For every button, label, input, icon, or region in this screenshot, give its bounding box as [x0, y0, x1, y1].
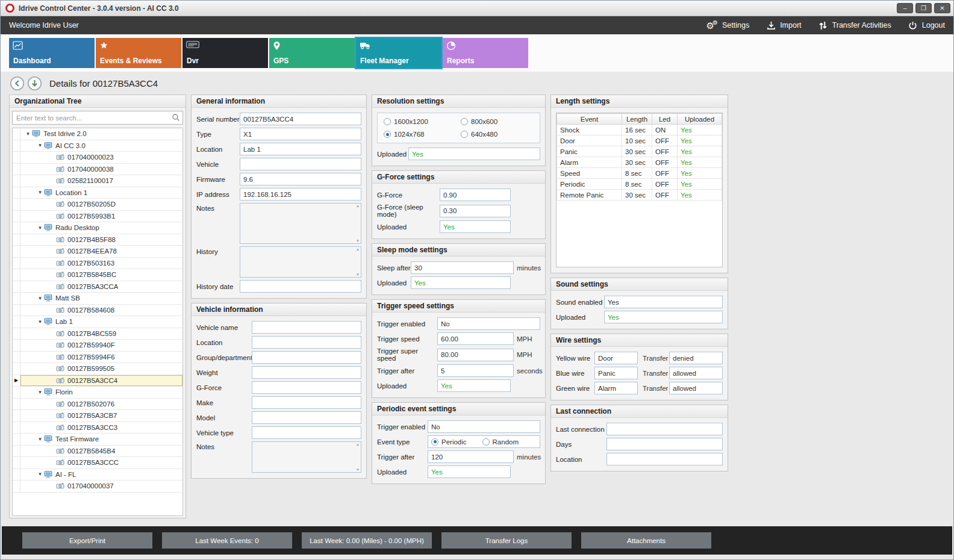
tree-node-test-firmware[interactable]: ▾Test Firmware — [13, 434, 182, 446]
transfer-activities-button[interactable]: Transfer Activities — [818, 20, 891, 30]
tab-reports[interactable]: Reports — [443, 38, 528, 68]
close-button[interactable]: ✕ — [934, 3, 950, 13]
field-uploaded[interactable]: Yes — [428, 465, 511, 478]
tree-node-00127b5993b1[interactable]: 00127B5993B1 — [13, 211, 182, 223]
tree-node-025821100017[interactable]: 025821100017 — [13, 175, 182, 187]
tree-search-input[interactable] — [12, 111, 183, 125]
field-serial-number[interactable]: 00127B5A3CC4 — [240, 113, 361, 125]
bottom-button-last-week-0-00-miles-0-00-mph[interactable]: Last Week: 0.00 (Miles) - 0.00 (MPH) — [302, 532, 432, 549]
field-trigger-super-speed[interactable]: 80.00 — [437, 349, 514, 361]
radio-1024x768[interactable]: 1024x768 — [384, 131, 461, 138]
tree-node-00127b5a3cc3[interactable]: 00127B5A3CC3 — [13, 422, 182, 434]
download-details-button[interactable] — [27, 76, 42, 91]
expand-arrow-icon[interactable]: ▾ — [36, 437, 44, 442]
field-uploaded[interactable]: Yes — [411, 276, 511, 289]
bottom-button-transfer-logs[interactable]: Transfer Logs — [441, 532, 572, 549]
field-model[interactable] — [252, 411, 361, 424]
field-weight[interactable] — [252, 366, 361, 379]
tree-node-ai-cc-3-0[interactable]: ▾AI CC 3.0 — [13, 140, 182, 152]
maximize-button[interactable]: ❐ — [915, 3, 932, 13]
tree-node-florin[interactable]: ▾Florin — [13, 387, 182, 399]
expand-arrow-icon[interactable]: ▾ — [36, 143, 44, 148]
import-button[interactable]: Import — [766, 20, 801, 30]
expand-arrow-icon[interactable]: ▾ — [36, 296, 44, 301]
tab-gps[interactable]: GPS — [269, 38, 355, 68]
field-sound-enabled[interactable]: Yes — [604, 296, 723, 308]
tree-node-00127b5994f6[interactable]: 00127B5994F6 — [13, 352, 182, 364]
tree-node-location-1[interactable]: ▾Location 1 — [13, 187, 182, 199]
field-sleep-after[interactable]: 30 — [411, 261, 514, 274]
settings-button[interactable]: ⚙⚙Settings — [706, 20, 750, 30]
field-green-wire-transfer[interactable]: allowed — [669, 382, 723, 394]
radio-periodic[interactable]: Periodic — [431, 438, 467, 446]
table-row-door[interactable]: Door10 secOFFYes — [557, 135, 722, 146]
field-trigger-enabled[interactable]: No — [437, 317, 540, 330]
radio-random[interactable]: Random — [482, 438, 519, 446]
tree-node-017040000023[interactable]: 017040000023 — [13, 152, 182, 164]
field-trigger-enabled[interactable]: No — [428, 420, 540, 433]
tree-node-00127b5845b4[interactable]: 00127B5845B4 — [13, 446, 182, 458]
expand-arrow-icon[interactable]: ▾ — [36, 190, 44, 195]
field-firmware[interactable]: 9.6 — [240, 173, 361, 185]
tree-node-00127b599505[interactable]: 00127B599505 — [13, 363, 182, 375]
tree-node-00127b5a3cb7[interactable]: 00127B5A3CB7 — [13, 410, 182, 422]
radio-1600x1200[interactable]: 1600x1200 — [384, 118, 461, 125]
tree-node-00127b5845bc[interactable]: 00127B5845BC — [13, 269, 182, 281]
tree-node-lab-1[interactable]: ▾Lab 1 — [13, 316, 182, 328]
radio-800x600[interactable]: 800x600 — [461, 118, 534, 125]
field-location[interactable] — [252, 336, 361, 349]
tree-node-00127b59940f[interactable]: 00127B59940F — [13, 340, 182, 352]
field-notes[interactable]: ▲▼ — [240, 203, 361, 244]
table-row-panic[interactable]: Panic30 secOFFYes — [557, 146, 722, 157]
field-ip-address[interactable]: 192.168.16.125 — [240, 188, 361, 201]
field-type[interactable]: X1 — [240, 128, 361, 140]
field-uploaded[interactable]: Yes — [437, 379, 511, 392]
bottom-button-export-print[interactable]: Export/Print — [22, 532, 152, 549]
tree-node-00127b5a3cca[interactable]: 00127B5A3CCA — [13, 281, 182, 293]
field-blue-wire-transfer[interactable]: allowed — [669, 367, 723, 379]
table-header[interactable]: Event — [557, 114, 622, 125]
field-yellow-wire-transfer[interactable]: denied — [669, 352, 723, 364]
tree-node-00127b4b5f88[interactable]: 00127B4B5F88 — [13, 234, 182, 246]
field-location[interactable] — [606, 453, 723, 465]
field-last-connection[interactable] — [606, 423, 723, 435]
tab-dashboard[interactable]: Dashboard — [9, 38, 95, 68]
field-location[interactable]: Lab 1 — [240, 143, 361, 155]
tree-node-00127b4bc559[interactable]: 00127B4BC559 — [13, 328, 182, 340]
expand-arrow-icon[interactable]: ▾ — [24, 131, 32, 137]
table-row-periodic[interactable]: Periodic8 secOFFYes — [557, 179, 722, 190]
expand-arrow-icon[interactable]: ▾ — [36, 319, 44, 325]
logout-button[interactable]: Logout — [908, 20, 945, 30]
table-row-remote-panic[interactable]: Remote Panic30 secOFFYes — [557, 190, 722, 201]
tree-node-017040000038[interactable]: 017040000038 — [13, 164, 182, 176]
field-history[interactable]: ▲▼ — [240, 246, 361, 278]
field-history-date[interactable] — [240, 280, 361, 293]
field-trigger-speed[interactable]: 60.00 — [437, 332, 514, 345]
tab-events-reviews[interactable]: Events & Reviews — [96, 38, 181, 68]
field-uploaded[interactable]: Yes — [408, 148, 540, 160]
radio-640x480[interactable]: 640x480 — [461, 131, 534, 138]
field-yellow-wire[interactable]: Door — [594, 352, 638, 364]
tree-node-00127b4eea78[interactable]: 00127B4EEA78 — [13, 246, 182, 258]
table-header[interactable]: Led — [652, 114, 678, 125]
expand-arrow-icon[interactable]: ▾ — [36, 225, 44, 231]
field-uploaded[interactable]: Yes — [440, 220, 511, 233]
field-vehicle-name[interactable] — [252, 321, 361, 334]
field-trigger-after[interactable]: 5 — [437, 364, 514, 377]
table-row-alarm[interactable]: Alarm30 secOFFYes — [557, 157, 722, 168]
tree-node-00127b50205d[interactable]: 00127B50205D — [13, 199, 182, 211]
tree-node-matt-sb[interactable]: ▾Matt SB — [13, 293, 182, 305]
tree-node-ai-fl[interactable]: ▾AI - FL — [13, 469, 182, 481]
tree-node-00127b584608[interactable]: 00127B584608 — [13, 305, 182, 317]
field-trigger-after[interactable]: 120 — [428, 450, 514, 463]
tree-node-test-idrive-2-0[interactable]: ▾Test Idrive 2.0 — [13, 128, 182, 140]
table-header[interactable]: Length — [622, 114, 652, 125]
tree-node-00127b502076[interactable]: 00127B502076 — [13, 399, 182, 411]
field-green-wire[interactable]: Alarm — [594, 382, 638, 394]
table-row-shock[interactable]: Shock16 secONYes — [557, 125, 722, 135]
table-header[interactable]: Uploaded — [678, 114, 722, 125]
tab-fleet-manager[interactable]: Fleet Manager — [356, 38, 441, 68]
tree-node-radu-desktop[interactable]: ▾Radu Desktop — [13, 222, 182, 234]
tab-dvr[interactable]: Dvr — [182, 38, 268, 68]
table-row-speed[interactable]: Speed8 secOFFYes — [557, 168, 722, 179]
